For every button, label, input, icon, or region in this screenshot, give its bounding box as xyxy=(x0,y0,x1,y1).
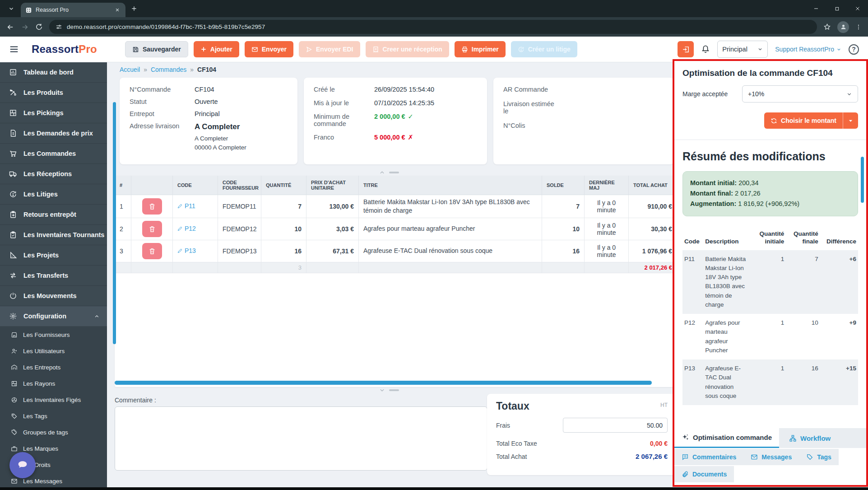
panel-vertical-scrollbar[interactable] xyxy=(861,157,864,203)
sidebar-item-les-projets[interactable]: Les Projets xyxy=(0,245,107,266)
delete-row-button[interactable] xyxy=(142,243,162,259)
product-code-link[interactable]: P13 xyxy=(177,247,196,254)
envelope-icon xyxy=(751,453,758,461)
forward-icon[interactable] xyxy=(21,23,29,31)
notifications-bell-icon[interactable] xyxy=(701,45,710,54)
items-total: 2 017,26 € xyxy=(629,262,677,273)
quantity-cell[interactable]: 10 xyxy=(261,218,306,240)
unit-price-cell[interactable]: 67,31 € xyxy=(306,240,359,262)
franco-value: 5 000,00 € xyxy=(374,134,405,141)
browser-tab[interactable]: Reassort Pro xyxy=(21,3,125,17)
help-button[interactable]: ? xyxy=(849,44,859,55)
choose-amount-caret-button[interactable] xyxy=(843,112,858,129)
sidebar-item-les-rayons[interactable]: Les Rayons xyxy=(0,375,107,392)
tab-documents[interactable]: Documents xyxy=(674,466,734,482)
save-button[interactable]: Sauvegarder xyxy=(125,41,188,57)
add-button[interactable]: Ajouter xyxy=(194,41,239,57)
sidebar-item-les-pickings[interactable]: Les Pickings xyxy=(0,103,107,123)
quantity-cell[interactable]: 7 xyxy=(261,195,306,218)
plus-icon xyxy=(200,46,207,52)
url-text: demo.reassort.pro/commande/0199864d-f7bc… xyxy=(67,23,265,30)
sidebar-item-configuration[interactable]: Configuration xyxy=(0,306,107,327)
sidebar-item-les-inventaires-figes[interactable]: Les Inventaires Figés xyxy=(0,392,107,408)
url-bar[interactable]: demo.reassort.pro/commande/0199864d-f7bc… xyxy=(49,20,817,34)
tab-tags[interactable]: Tags xyxy=(799,449,839,465)
delete-row-button[interactable] xyxy=(142,221,162,237)
breadcrumb-home[interactable]: Accueil xyxy=(120,66,140,73)
sidebar-item-les-commandes[interactable]: Les Commandes xyxy=(0,144,107,164)
bookmark-star-icon[interactable] xyxy=(823,23,831,31)
sidebar-item-les-demandes-de-prix[interactable]: Les Demandes de prix xyxy=(0,123,107,144)
comment-textarea[interactable] xyxy=(115,406,487,471)
warehouse-select[interactable]: Principal xyxy=(717,41,768,58)
panel-tabs: Optimisation commande Workflow Commentai… xyxy=(674,428,866,485)
frais-input[interactable] xyxy=(563,418,668,433)
breadcrumb: Accueil » Commandes » CF104 xyxy=(120,66,216,73)
delivery-address-line1: A Completer xyxy=(195,134,288,143)
export-button[interactable] xyxy=(678,41,694,57)
tab-optimisation-commande[interactable]: Optimisation commande xyxy=(674,428,779,448)
new-tab-button[interactable] xyxy=(131,5,137,12)
sidebar-item-les-litiges[interactable]: Les Litiges xyxy=(0,184,107,205)
sidebar-item-les-receptions[interactable]: Les Réceptions xyxy=(0,164,107,184)
horizontal-scrollbar[interactable] xyxy=(115,381,652,385)
totals-title: Totaux xyxy=(496,400,529,412)
gear-icon xyxy=(9,312,17,320)
tab-workflow[interactable]: Workflow xyxy=(779,428,866,448)
sidebar-item-retours-entrepot[interactable]: Retours entrepôt xyxy=(0,205,107,225)
save-icon xyxy=(132,46,139,53)
chat-widget-button[interactable] xyxy=(9,452,36,478)
browser-menu-icon[interactable] xyxy=(855,23,862,31)
sidebar-item-les-mouvements[interactable]: Les Mouvements xyxy=(0,286,107,306)
window-minimize-button[interactable] xyxy=(806,0,826,17)
tab-close-icon[interactable] xyxy=(114,6,121,14)
delete-row-button[interactable] xyxy=(142,198,162,215)
browser-profile-avatar[interactable] xyxy=(837,21,849,33)
breadcrumb-commandes[interactable]: Commandes xyxy=(151,66,186,73)
unit-price-cell[interactable]: 3,03 € xyxy=(306,218,359,240)
window-maximize-button[interactable] xyxy=(826,0,847,17)
create-reception-button: Creer une réception xyxy=(366,41,449,57)
sidebar-item-les-tags[interactable]: Les Tags xyxy=(0,408,107,424)
sidebar-item-tableau-de-bord[interactable]: Tableau de bord xyxy=(0,62,107,83)
print-button[interactable]: Imprimer xyxy=(455,41,506,57)
sidebar-item-les-produits[interactable]: Les Produits xyxy=(0,83,107,103)
trash-icon xyxy=(149,203,156,210)
sidebar-item-les-fournisseurs[interactable]: Les Fournisseurs xyxy=(0,327,107,343)
sidebar-item-les-entrepots[interactable]: Les Entrepots xyxy=(0,359,107,375)
support-link[interactable]: Support ReassortPro xyxy=(775,46,841,53)
tab-search-chevron-icon[interactable] xyxy=(5,3,17,14)
modifications-table: Code Description Quantité initiale Quant… xyxy=(682,228,858,406)
marge-select[interactable]: +10% xyxy=(742,85,858,103)
sidebar-item-les-utilisateurs[interactable]: Les Utilisateurs xyxy=(0,343,107,359)
menu-hamburger-icon[interactable] xyxy=(9,44,19,54)
product-code-link[interactable]: P11 xyxy=(177,202,195,210)
window-close-button[interactable] xyxy=(847,0,868,17)
horizontal-splitter-handle[interactable] xyxy=(380,388,399,392)
trash-icon xyxy=(149,247,156,255)
tab-commentaires[interactable]: Commentaires xyxy=(674,449,743,465)
app-logo[interactable]: ReassortPro xyxy=(32,43,97,56)
quantity-cell[interactable]: 16 xyxy=(261,240,306,262)
unit-price-cell[interactable]: 130,00 € xyxy=(306,195,359,218)
table-footer-row: 3 2 017,26 € xyxy=(115,262,677,273)
horizontal-splitter-handle[interactable] xyxy=(380,171,399,174)
product-code-link[interactable]: P12 xyxy=(177,225,196,232)
back-icon[interactable] xyxy=(6,23,14,31)
totals-card: Totaux HT Frais Total Eco Taxe 0,00 € To… xyxy=(487,394,677,475)
comment-label: Commentaire : xyxy=(115,397,156,404)
refresh-icon[interactable] xyxy=(35,23,43,31)
browser-address-bar: demo.reassort.pro/commande/0199864d-f7bc… xyxy=(0,17,868,37)
sidebar-item-groupes-de-tags[interactable]: Groupes de tags xyxy=(0,424,107,440)
sidebar-item-les-transferts[interactable]: Les Transferts xyxy=(0,266,107,286)
sidebar-item-les-inventaires-tournants[interactable]: Les Inventaires Tournants xyxy=(0,225,107,245)
tab-messages[interactable]: Messages xyxy=(743,449,799,465)
choose-amount-button[interactable]: Choisir le montant xyxy=(764,112,843,129)
send-edi-button: Envoyer EDI xyxy=(299,41,360,57)
vertical-scrollbar[interactable] xyxy=(113,102,116,344)
summary-title: Résumé des modifications xyxy=(682,150,858,163)
send-button[interactable]: Envoyer xyxy=(245,41,293,57)
store-icon xyxy=(11,331,18,338)
site-settings-icon[interactable] xyxy=(56,23,62,30)
chevron-down-icon xyxy=(836,47,841,52)
